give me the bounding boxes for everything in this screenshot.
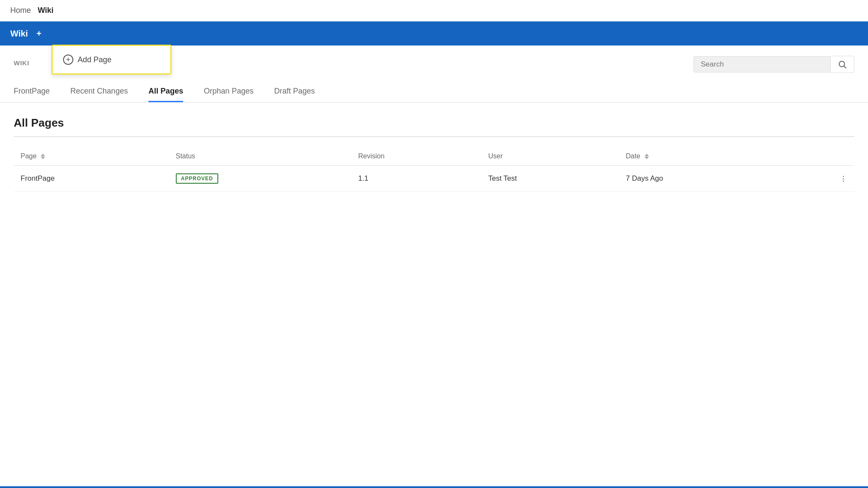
wiki-section-label: WIKI (14, 56, 29, 67)
date-sort-down-icon (645, 157, 649, 159)
table-row: FrontPage APPROVED 1.1 Test Test 7 Days … (14, 166, 854, 192)
search-input-wrapper (693, 56, 831, 73)
status-badge: APPROVED (176, 173, 218, 184)
tab-all-pages[interactable]: All Pages (148, 87, 183, 102)
search-button[interactable] (831, 56, 854, 73)
cell-date: 7 Days Ago (619, 166, 784, 192)
date-sort-up-icon (645, 154, 649, 156)
svg-line-1 (844, 66, 846, 68)
wiki-header-bar: Wiki + + Add Page (0, 21, 868, 45)
cell-user: Test Test (481, 166, 619, 192)
table-header-row: Page Status Revision User (14, 147, 854, 166)
content-area: All Pages Page Status Revi (0, 103, 868, 206)
col-header-page: Page (14, 147, 169, 166)
add-page-plus-circle-icon: + (63, 55, 73, 65)
add-page-plus-button[interactable]: + (32, 27, 46, 40)
cell-page: FrontPage (14, 166, 169, 192)
add-page-dropdown: + Add Page (51, 45, 172, 75)
col-header-date: Date (619, 147, 784, 166)
cell-status: APPROVED (169, 166, 352, 192)
page-title: All Pages (14, 116, 854, 130)
tab-draft-pages[interactable]: Draft Pages (274, 87, 315, 102)
wiki-tab-label: Wiki (10, 29, 28, 39)
add-page-menu-item[interactable]: + Add Page (63, 53, 160, 67)
col-header-status: Status (169, 147, 352, 166)
date-sort-icon[interactable] (645, 154, 649, 159)
pages-table: Page Status Revision User (14, 147, 854, 192)
top-nav: Home Wiki (0, 0, 868, 21)
tab-recent-changes[interactable]: Recent Changes (70, 87, 128, 102)
home-link[interactable]: Home (10, 6, 31, 15)
wiki-tab: Wiki + (0, 21, 56, 45)
content-divider (14, 136, 854, 137)
sort-up-icon (41, 154, 45, 156)
svg-point-0 (839, 61, 845, 67)
page-sort-icon[interactable] (41, 154, 45, 159)
col-header-actions (785, 147, 854, 166)
search-input[interactable] (701, 60, 823, 69)
search-icon (838, 60, 847, 69)
col-header-revision: Revision (351, 147, 481, 166)
search-container (693, 56, 854, 73)
row-actions-menu[interactable]: ⋮ (785, 166, 854, 192)
tab-frontpage[interactable]: FrontPage (14, 87, 50, 102)
sort-down-icon (41, 157, 45, 159)
tab-orphan-pages[interactable]: Orphan Pages (204, 87, 253, 102)
cell-revision: 1.1 (351, 166, 481, 192)
tabs-container: FrontPage Recent Changes All Pages Orpha… (0, 73, 868, 103)
col-header-user: User (481, 147, 619, 166)
add-page-label: Add Page (78, 55, 112, 64)
wiki-nav-link[interactable]: Wiki (38, 6, 54, 15)
